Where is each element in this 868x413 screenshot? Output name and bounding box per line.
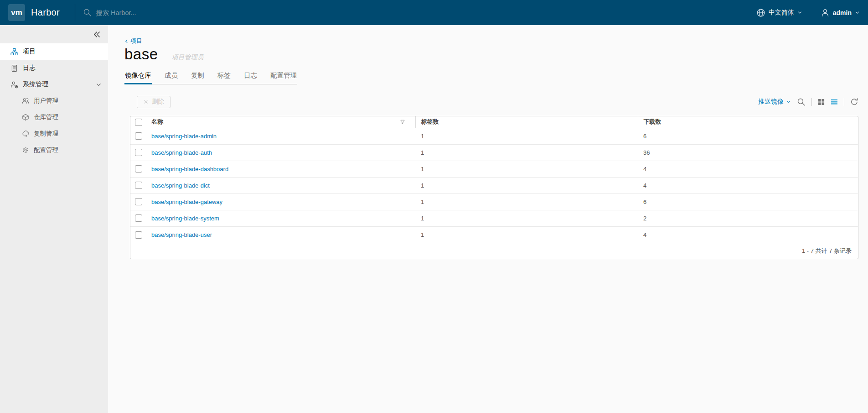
sidebar-item-user-management[interactable]: 用户管理 <box>0 93 108 109</box>
tab-members[interactable]: 成员 <box>164 70 178 84</box>
tab-replication[interactable]: 复制 <box>191 70 205 84</box>
row-checkbox[interactable] <box>135 198 142 205</box>
repository-link[interactable]: base/spring-blade-dict <box>151 182 210 189</box>
search-input[interactable] <box>96 9 246 16</box>
user-menu[interactable]: admin <box>821 8 860 17</box>
tab-repositories[interactable]: 镜像仓库 <box>124 70 152 84</box>
row-checkbox[interactable] <box>135 182 142 189</box>
refresh-icon[interactable] <box>850 98 858 106</box>
filter-icon[interactable] <box>400 119 405 125</box>
sidebar-item-label: 复制管理 <box>34 130 58 138</box>
tags-count: 1 <box>415 193 638 210</box>
table-header-row: 名称 标签数 下载数 <box>130 116 858 128</box>
title-row: base 项目管理员 <box>124 46 858 63</box>
header-divider <box>75 4 75 21</box>
pulls-count: 36 <box>638 144 858 161</box>
language-menu[interactable]: 中文简体 <box>756 8 802 17</box>
column-header-label: 名称 <box>151 118 163 125</box>
table-row: base/spring-blade-system 1 2 <box>130 210 858 226</box>
toolbar-divider <box>844 98 844 106</box>
repository-link[interactable]: base/spring-blade-dashboard <box>151 166 228 173</box>
repository-link[interactable]: base/spring-blade-gateway <box>151 199 222 205</box>
admin-user-gear-icon <box>10 81 18 89</box>
repository-link[interactable]: base/spring-blade-system <box>151 215 219 222</box>
sidebar-collapse-bar <box>0 25 108 43</box>
user-icon <box>821 8 830 17</box>
breadcrumb[interactable]: 项目 <box>124 37 142 45</box>
record-count-label: 1 - 7 共计 7 条记录 <box>802 247 852 255</box>
search-icon[interactable] <box>797 98 806 106</box>
delete-button-label: 删除 <box>152 98 164 106</box>
pulls-count: 6 <box>638 128 858 144</box>
pulls-count: 4 <box>638 177 858 193</box>
toolbar-right: 推送镜像 <box>758 98 858 106</box>
row-checkbox[interactable] <box>135 231 142 239</box>
page-title: base <box>124 46 158 63</box>
sidebar-item-replication-management[interactable]: 复制管理 <box>0 125 108 142</box>
pulls-count: 6 <box>638 193 858 210</box>
pulls-count: 4 <box>638 161 858 177</box>
sidebar-item-label: 用户管理 <box>34 97 58 105</box>
tags-count: 1 <box>415 144 638 161</box>
chevron-down-icon <box>96 82 102 88</box>
username-label: admin <box>833 9 852 16</box>
sidebar-item-label: 配置管理 <box>34 146 58 154</box>
table-row: base/spring-blade-gateway 1 6 <box>130 193 858 210</box>
sidebar-item-registry-management[interactable]: 仓库管理 <box>0 109 108 125</box>
sidebar-item-label: 仓库管理 <box>34 113 58 121</box>
column-header-tags: 标签数 <box>415 116 638 128</box>
row-checkbox[interactable] <box>135 149 142 156</box>
sidebar-item-administration[interactable]: 系统管理 <box>0 76 108 93</box>
pulls-count: 2 <box>638 210 858 226</box>
push-image-dropdown[interactable]: 推送镜像 <box>758 98 791 106</box>
sidebar: 项目 日志 系统管理 <box>0 25 108 413</box>
chevron-left-icon <box>124 39 129 43</box>
tab-configuration[interactable]: 配置管理 <box>270 70 297 84</box>
grid-toolbar: 删除 推送镜像 <box>130 95 858 109</box>
project-tabs: 镜像仓库 成员 复制 标签 日志 配置管理 <box>124 70 297 84</box>
vmware-logo[interactable]: vm <box>8 4 25 21</box>
breadcrumb-label: 项目 <box>130 37 142 45</box>
tags-count: 1 <box>415 177 638 193</box>
table-footer: 1 - 7 共计 7 条记录 <box>130 243 858 259</box>
card-view-icon[interactable] <box>818 99 825 105</box>
column-header-pulls: 下载数 <box>638 116 858 128</box>
sidebar-item-label: 系统管理 <box>23 80 48 89</box>
table-row: base/spring-blade-user 1 4 <box>130 226 858 243</box>
main-content: 项目 base 项目管理员 镜像仓库 成员 复制 标签 日志 配置管理 <box>108 25 868 413</box>
tab-labels[interactable]: 标签 <box>217 70 231 84</box>
tab-logs[interactable]: 日志 <box>243 70 258 84</box>
sidebar-item-label: 项目 <box>23 47 36 56</box>
x-icon <box>143 99 149 105</box>
sidebar-item-configuration-management[interactable]: 配置管理 <box>0 142 108 158</box>
projects-icon <box>10 48 18 56</box>
sidebar-item-projects[interactable]: 项目 <box>0 43 108 60</box>
select-all-checkbox[interactable] <box>135 119 142 126</box>
cube-icon <box>21 114 29 121</box>
table-row: base/spring-blade-dict 1 4 <box>130 177 858 193</box>
repository-grid-area: 删除 推送镜像 <box>130 95 858 259</box>
repository-link[interactable]: base/spring-blade-user <box>151 231 212 238</box>
delete-button[interactable]: 删除 <box>137 96 170 108</box>
row-checkbox[interactable] <box>135 165 142 173</box>
list-view-icon[interactable] <box>831 98 838 105</box>
collapse-sidebar-icon[interactable] <box>92 30 101 39</box>
row-checkbox[interactable] <box>135 214 142 222</box>
chevron-down-icon <box>855 10 860 15</box>
push-image-label: 推送镜像 <box>758 98 784 106</box>
app-title[interactable]: Harbor <box>31 7 60 18</box>
table-row: base/spring-blade-admin 1 6 <box>130 128 858 144</box>
table-row: base/spring-blade-dashboard 1 4 <box>130 161 858 177</box>
sidebar-item-label: 日志 <box>23 64 36 72</box>
vmware-logo-text: vm <box>11 8 22 17</box>
sidebar-item-logs[interactable]: 日志 <box>0 60 108 76</box>
chevron-down-icon <box>786 99 791 104</box>
repository-link[interactable]: base/spring-blade-admin <box>151 133 217 140</box>
language-label: 中文简体 <box>769 9 794 17</box>
chevron-down-icon <box>797 10 802 15</box>
repository-link[interactable]: base/spring-blade-auth <box>151 149 212 156</box>
gear-icon <box>21 146 29 154</box>
tags-count: 1 <box>415 161 638 177</box>
row-checkbox[interactable] <box>135 132 142 140</box>
header-actions: 中文简体 admin <box>756 8 860 17</box>
